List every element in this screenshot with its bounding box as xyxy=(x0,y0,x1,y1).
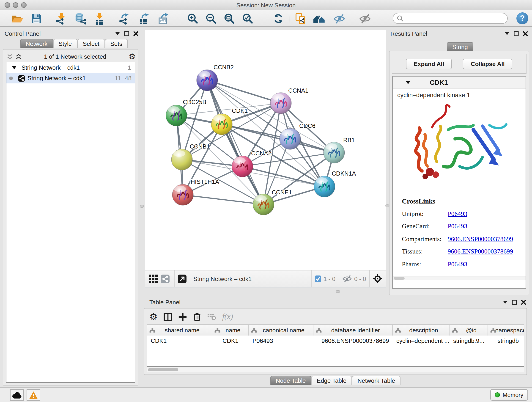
tab-node-table[interactable]: Node Table xyxy=(270,376,311,385)
column-header-name[interactable]: name xyxy=(212,325,249,336)
panel-menu-icon[interactable] xyxy=(115,32,120,35)
show-all-button[interactable] xyxy=(358,12,372,25)
refresh-view-button[interactable] xyxy=(271,12,285,25)
search-input[interactable] xyxy=(393,13,508,24)
edge-CCNB2-CCNA1[interactable] xyxy=(207,80,281,103)
import-network-button[interactable] xyxy=(55,12,68,25)
add-column-icon[interactable] xyxy=(178,313,187,321)
selected-checkbox-icon[interactable] xyxy=(315,275,321,282)
section-collapse-icon[interactable] xyxy=(405,80,411,84)
panel-float-icon[interactable] xyxy=(124,31,129,36)
cell-description[interactable]: cyclin–dependent ... xyxy=(393,336,450,346)
cell-database-identifier[interactable]: 9606.ENSP00000378699 xyxy=(313,336,393,346)
crosslink-link[interactable]: P06493 xyxy=(448,261,467,268)
clone-network-button[interactable] xyxy=(294,12,307,25)
delete-column-icon[interactable] xyxy=(193,312,201,321)
collapse-all-button[interactable]: Collapse All xyxy=(463,58,513,69)
network-graph[interactable]: CCNB2CCNA1CDC25BCDK1CDC6RB1CCNB1CCNA2CDK… xyxy=(145,30,386,270)
cell-name[interactable]: CDK1 xyxy=(212,336,249,346)
column-header-canonical-name[interactable]: canonical name xyxy=(249,325,313,336)
crosslink-link[interactable]: 9606.ENSP00000378699 xyxy=(448,236,513,243)
collection-expander-icon[interactable] xyxy=(12,66,17,70)
table-horizontal-scrollbar[interactable] xyxy=(147,367,524,372)
cell-@id[interactable]: stringdb:9... xyxy=(450,336,488,346)
collapse-all-icon[interactable] xyxy=(7,53,13,59)
column-header-namespace[interactable]: namespace xyxy=(488,325,524,336)
zoom-selected-button[interactable] xyxy=(241,12,254,25)
node-CCNB2[interactable] xyxy=(196,70,218,91)
column-header-description[interactable]: description xyxy=(393,325,450,336)
panel-float-icon[interactable] xyxy=(514,31,519,36)
panel-close-icon[interactable] xyxy=(133,31,138,36)
tab-edge-table[interactable]: Edge Table xyxy=(311,376,352,385)
results-horizontal-scrollbar[interactable] xyxy=(393,276,526,280)
table-settings-gear-icon[interactable]: ⚙ xyxy=(149,312,158,321)
home-button[interactable] xyxy=(312,12,326,25)
node-CCNE1[interactable] xyxy=(253,194,274,215)
gear-icon[interactable]: ⚙ xyxy=(129,52,136,60)
network-row-selected[interactable]: String Network – cdk1 11 48 xyxy=(6,73,135,83)
export-image-button[interactable] xyxy=(157,12,171,25)
cell-shared-name[interactable]: CDK1 xyxy=(147,336,212,346)
edge-CDK1-RB1[interactable] xyxy=(222,124,334,153)
save-session-button[interactable] xyxy=(29,12,43,25)
crosslink-link[interactable]: 9606.ENSP00000378699 xyxy=(448,248,513,255)
import-table-button[interactable] xyxy=(93,12,106,25)
hidden-eye-icon[interactable] xyxy=(342,275,352,282)
node-CCNA2[interactable] xyxy=(232,156,253,177)
column-header-database-identifier[interactable]: database identifier xyxy=(313,325,393,336)
expand-all-icon[interactable] xyxy=(16,53,22,59)
node-table[interactable]: shared namenamecanonical namedatabase id… xyxy=(147,325,524,367)
export-network-button[interactable] xyxy=(118,12,132,25)
node-CDC25B[interactable] xyxy=(166,105,187,126)
cloud-button[interactable] xyxy=(10,389,24,401)
panel-menu-icon[interactable] xyxy=(503,300,508,304)
export-table-button[interactable] xyxy=(138,12,151,25)
hide-selected-button[interactable] xyxy=(332,12,346,25)
warning-button[interactable] xyxy=(27,389,40,401)
node-CCNA1[interactable] xyxy=(270,93,291,114)
node-RB1[interactable] xyxy=(323,142,345,163)
node-CCNB1[interactable] xyxy=(171,149,192,170)
open-in-window-icon[interactable] xyxy=(178,274,186,283)
expand-all-button[interactable]: Expand All xyxy=(406,58,452,69)
open-session-button[interactable] xyxy=(10,12,24,25)
tab-sets[interactable]: Sets xyxy=(105,39,128,48)
panel-close-icon[interactable] xyxy=(523,31,528,36)
tab-network-table[interactable]: Network Table xyxy=(352,376,400,385)
crosslink-link[interactable]: P06493 xyxy=(448,211,467,218)
fit-content-icon[interactable] xyxy=(373,274,382,283)
zoom-out-button[interactable] xyxy=(204,12,218,25)
tab-style[interactable]: Style xyxy=(53,39,77,48)
string-badge-icon[interactable] xyxy=(161,274,170,283)
crosslink-link[interactable]: P06493 xyxy=(448,223,467,230)
zoom-fit-button[interactable] xyxy=(222,12,236,25)
node-CDK1[interactable] xyxy=(211,114,232,135)
memory-button[interactable]: Memory xyxy=(490,389,528,401)
left-splitter-handle[interactable] xyxy=(140,205,144,208)
network-view[interactable]: CCNB2CCNA1CDC25BCDK1CDC6RB1CCNB1CCNA2CDK… xyxy=(145,30,386,287)
tab-string[interactable]: String xyxy=(447,42,473,51)
show-columns-icon[interactable] xyxy=(164,313,172,321)
panel-float-icon[interactable] xyxy=(512,300,517,305)
birds-eye-view-icon[interactable] xyxy=(149,274,158,283)
import-network-from-database-button[interactable] xyxy=(73,12,87,25)
function-builder-icon[interactable]: f(x) xyxy=(222,312,233,321)
delete-table-icon[interactable] xyxy=(207,313,216,320)
zoom-in-button[interactable] xyxy=(186,12,199,25)
column-header-@id[interactable]: @id xyxy=(450,325,488,336)
cell-canonical-name[interactable]: P06493 xyxy=(249,336,313,346)
node-CDKN1A[interactable] xyxy=(314,176,335,197)
bottom-splitter-handle[interactable] xyxy=(336,290,340,293)
tab-network[interactable]: Network xyxy=(20,39,53,48)
node-HIST1H1A[interactable] xyxy=(172,184,193,205)
panel-menu-icon[interactable] xyxy=(505,32,510,35)
edge-HIST1H1A-CCNE1[interactable] xyxy=(183,195,264,204)
right-splitter-handle[interactable] xyxy=(385,204,389,207)
column-header-shared-name[interactable]: shared name xyxy=(147,325,212,336)
node-CDC6[interactable] xyxy=(279,128,301,149)
help-button[interactable]: ? xyxy=(516,12,528,24)
network-collection-row[interactable]: String Network – cdk1 1 xyxy=(6,62,135,73)
edge-CCNB2-CCNE1[interactable] xyxy=(207,80,264,204)
tab-select[interactable]: Select xyxy=(77,39,105,48)
